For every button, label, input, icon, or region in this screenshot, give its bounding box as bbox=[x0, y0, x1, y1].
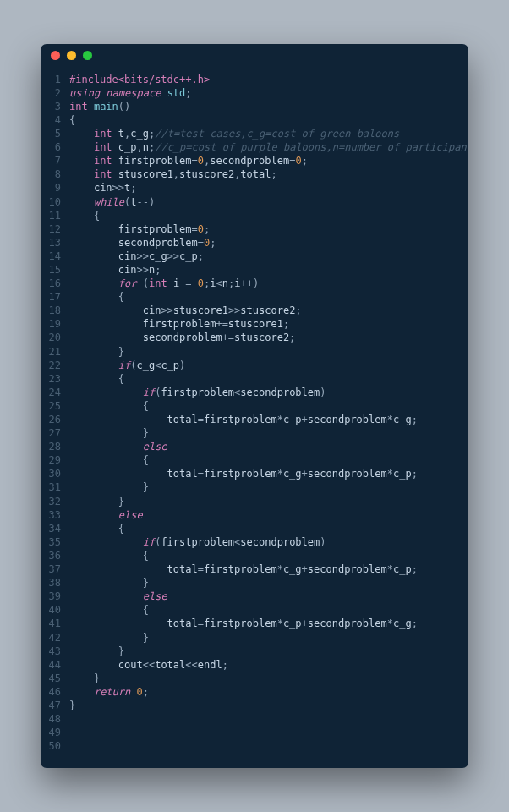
code-line: 46 return 0; bbox=[46, 685, 460, 699]
code-line: 40 { bbox=[46, 603, 460, 617]
code-area: 1#include<bits/stdc++.h>2using namespace… bbox=[41, 68, 468, 769]
line-code: return 0; bbox=[69, 685, 149, 699]
code-line: 30 total=firstproblem*c_g+secondproblem*… bbox=[46, 467, 460, 480]
close-icon[interactable] bbox=[51, 51, 60, 60]
line-number: 13 bbox=[46, 236, 69, 250]
code-line: 49 bbox=[46, 726, 460, 739]
line-number: 46 bbox=[46, 685, 69, 699]
line-number: 48 bbox=[46, 712, 69, 726]
code-line: 18 cin>>stuscore1>>stuscore2; bbox=[46, 304, 460, 317]
code-line: 17 { bbox=[46, 290, 460, 304]
code-line: 42 } bbox=[46, 631, 460, 645]
line-code: else bbox=[69, 440, 167, 453]
line-code: if(firstproblem<secondproblem) bbox=[69, 535, 326, 549]
code-line: 50 bbox=[46, 739, 460, 753]
line-number: 5 bbox=[46, 127, 69, 140]
line-code: total=firstproblem*c_p+secondproblem*c_g… bbox=[69, 617, 418, 630]
line-code: } bbox=[69, 645, 124, 658]
line-number: 14 bbox=[46, 250, 69, 263]
minimize-icon[interactable] bbox=[67, 51, 76, 60]
line-code: total=firstproblem*c_g+secondproblem*c_p… bbox=[69, 562, 418, 576]
line-number: 6 bbox=[46, 140, 69, 154]
line-code: } bbox=[69, 672, 100, 685]
line-number: 29 bbox=[46, 453, 69, 467]
code-line: 13 secondproblem=0; bbox=[46, 236, 460, 250]
line-number: 37 bbox=[46, 562, 69, 576]
line-code: cout<<total<<endl; bbox=[69, 658, 228, 672]
code-line: 21 } bbox=[46, 345, 460, 359]
line-code: firstproblem=0; bbox=[69, 222, 210, 236]
code-line: 15 cin>>n; bbox=[46, 263, 460, 277]
line-code: cin>>t; bbox=[69, 181, 137, 195]
code-line: 19 firstproblem+=stuscore1; bbox=[46, 317, 460, 331]
code-line: 33 else bbox=[46, 508, 460, 522]
code-line: 8 int stuscore1,stuscore2,total; bbox=[46, 167, 460, 181]
code-line: 48 bbox=[46, 712, 460, 726]
line-number: 1 bbox=[46, 73, 69, 86]
line-code: int main() bbox=[69, 100, 130, 113]
line-number: 21 bbox=[46, 345, 69, 359]
line-number: 20 bbox=[46, 331, 69, 344]
line-code: if(firstproblem<secondproblem) bbox=[69, 386, 326, 399]
line-code: secondproblem+=stuscore2; bbox=[69, 331, 295, 344]
line-number: 25 bbox=[46, 399, 69, 413]
code-line: 7 int firstproblem=0,secondproblem=0; bbox=[46, 154, 460, 167]
line-code: { bbox=[69, 290, 124, 304]
code-line: 3int main() bbox=[46, 100, 460, 113]
code-line: 47} bbox=[46, 699, 460, 712]
line-code: { bbox=[69, 113, 75, 127]
line-code: { bbox=[69, 603, 149, 617]
code-line: 34 { bbox=[46, 522, 460, 535]
line-code: { bbox=[69, 549, 149, 562]
code-line: 35 if(firstproblem<secondproblem) bbox=[46, 535, 460, 549]
line-number: 9 bbox=[46, 181, 69, 195]
code-line: 45 } bbox=[46, 672, 460, 685]
line-code: while(t--) bbox=[69, 195, 155, 209]
line-code: } bbox=[69, 426, 149, 440]
line-number: 8 bbox=[46, 167, 69, 181]
line-number: 38 bbox=[46, 576, 69, 590]
line-code: } bbox=[69, 495, 124, 508]
line-number: 10 bbox=[46, 195, 69, 209]
line-number: 24 bbox=[46, 386, 69, 399]
code-line: 11 { bbox=[46, 209, 460, 222]
line-code: #include<bits/stdc++.h> bbox=[69, 73, 210, 86]
line-code: { bbox=[69, 453, 149, 467]
line-number: 22 bbox=[46, 359, 69, 372]
line-number: 27 bbox=[46, 426, 69, 440]
line-code: total=firstproblem*c_p+secondproblem*c_g… bbox=[69, 413, 418, 426]
code-line: 43 } bbox=[46, 645, 460, 658]
line-code: else bbox=[69, 590, 167, 603]
code-line: 22 if(c_g<c_p) bbox=[46, 359, 460, 372]
line-number: 23 bbox=[46, 372, 69, 386]
line-number: 16 bbox=[46, 277, 69, 290]
line-code: for (int i = 0;i<n;i++) bbox=[69, 277, 259, 290]
line-number: 42 bbox=[46, 631, 69, 645]
line-number: 11 bbox=[46, 209, 69, 222]
code-line: 5 int t,c_g;//t=test cases,c_g=cost of g… bbox=[46, 127, 460, 140]
line-number: 34 bbox=[46, 522, 69, 535]
zoom-icon[interactable] bbox=[83, 51, 92, 60]
line-number: 7 bbox=[46, 154, 69, 167]
line-code: } bbox=[69, 480, 149, 494]
line-number: 32 bbox=[46, 495, 69, 508]
line-code: if(c_g<c_p) bbox=[69, 359, 185, 372]
line-number: 35 bbox=[46, 535, 69, 549]
line-number: 45 bbox=[46, 672, 69, 685]
line-code: int stuscore1,stuscore2,total; bbox=[69, 167, 277, 181]
line-code: int t,c_g;//t=test cases,c_g=cost of gre… bbox=[69, 127, 399, 140]
code-line: 41 total=firstproblem*c_p+secondproblem*… bbox=[46, 617, 460, 630]
code-line: 38 } bbox=[46, 576, 460, 590]
code-line: 23 { bbox=[46, 372, 460, 386]
line-number: 40 bbox=[46, 603, 69, 617]
line-number: 36 bbox=[46, 549, 69, 562]
code-line: 28 else bbox=[46, 440, 460, 453]
code-line: 4{ bbox=[46, 113, 460, 127]
code-line: 16 for (int i = 0;i<n;i++) bbox=[46, 277, 460, 290]
line-number: 18 bbox=[46, 304, 69, 317]
code-line: 44 cout<<total<<endl; bbox=[46, 658, 460, 672]
code-line: 25 { bbox=[46, 399, 460, 413]
line-number: 47 bbox=[46, 699, 69, 712]
line-number: 17 bbox=[46, 290, 69, 304]
line-code: cin>>c_g>>c_p; bbox=[69, 250, 204, 263]
